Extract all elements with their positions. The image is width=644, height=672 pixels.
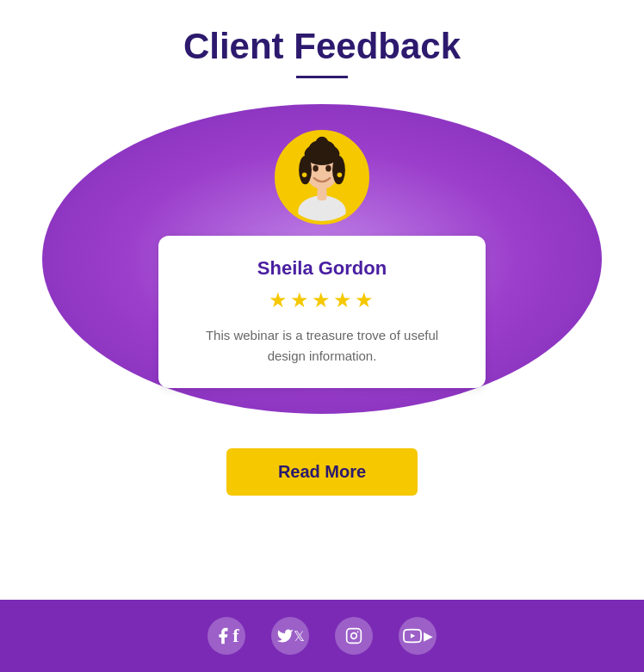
svg-point-6: [305, 143, 340, 165]
main-content: Client Feedback: [0, 0, 644, 600]
svg-point-7: [313, 165, 318, 171]
feedback-card: Sheila Gordon ★★★★★ This webinar is a tr…: [158, 236, 486, 388]
footer: [0, 600, 644, 672]
svg-rect-13: [347, 629, 362, 644]
page-title: Client Feedback: [183, 26, 461, 67]
avatar: [275, 130, 369, 225]
svg-rect-10: [317, 188, 326, 200]
instagram-icon[interactable]: [335, 617, 373, 655]
svg-point-8: [325, 165, 331, 171]
twitter-icon[interactable]: [271, 617, 309, 655]
svg-point-11: [302, 172, 307, 177]
svg-point-12: [337, 172, 343, 177]
avatar-image: [278, 133, 366, 221]
facebook-icon[interactable]: [207, 617, 245, 655]
svg-marker-15: [410, 633, 414, 638]
feedback-text: This webinar is a treasure trove of usef…: [193, 325, 451, 367]
testimonial-oval: Sheila Gordon ★★★★★ This webinar is a tr…: [42, 104, 602, 414]
client-name: Sheila Gordon: [193, 257, 451, 280]
star-rating: ★★★★★: [193, 288, 451, 312]
read-more-button[interactable]: Read More: [226, 448, 418, 496]
title-divider: [296, 76, 348, 78]
youtube-icon[interactable]: [399, 617, 437, 655]
